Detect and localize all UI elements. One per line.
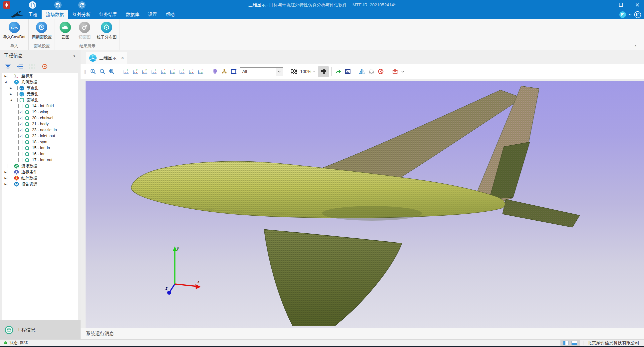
view-front-icon[interactable]: xzy	[122, 66, 131, 77]
tree-row-14[interactable]: 17 - far_out	[2, 157, 79, 163]
ribbon-button-2-2[interactable]: 粒子分布图	[96, 21, 118, 41]
cancel-operation-button[interactable]	[376, 66, 386, 77]
tree-checkbox[interactable]	[8, 80, 12, 84]
view-bottom-icon[interactable]: zyx	[168, 66, 177, 77]
style-switch-icon[interactable]	[619, 11, 626, 18]
tree-row-1[interactable]: ◢几何数据	[2, 79, 79, 85]
render-mode-button[interactable]	[220, 66, 229, 77]
tree-row-3[interactable]: ▶元素集	[2, 91, 79, 97]
ribbon-layout-icon[interactable]	[634, 11, 641, 18]
toolbar-drag-handle[interactable]: ∥	[84, 69, 87, 74]
undo-button[interactable]	[54, 1, 62, 9]
view-left-icon[interactable]: xzy	[140, 66, 150, 77]
opacity-checker-icon[interactable]	[289, 66, 299, 77]
view-back-icon[interactable]: zxy	[131, 66, 140, 77]
filter-icon[interactable]	[4, 63, 11, 70]
view-iso2-icon[interactable]: yxz	[187, 66, 196, 77]
project-info-bottom-button[interactable]: 工程信息	[0, 320, 81, 339]
tree-row-8[interactable]: ✓21 - body	[2, 121, 79, 127]
tree-row-11[interactable]: 18 - sym	[2, 139, 79, 145]
tree-row-5[interactable]: 14 - int_fluid	[2, 103, 79, 109]
layout-bottom-panel-icon[interactable]	[571, 341, 577, 345]
tree-checkbox[interactable]	[8, 170, 12, 174]
tree-checkbox[interactable]: ✓	[18, 116, 23, 120]
tree-row-15[interactable]: 流场数据	[2, 163, 79, 169]
tree-row-7[interactable]: ✓20 - chuiwei	[2, 115, 79, 121]
tab-3d-view[interactable]: 三维显示 ✕	[86, 52, 127, 64]
restore-button[interactable]	[617, 2, 624, 8]
tree-expander-icon[interactable]: ▶	[3, 75, 8, 78]
tree-row-12[interactable]: 15 - far_in	[2, 145, 79, 151]
minimize-button[interactable]	[601, 2, 607, 8]
tree-row-10[interactable]: ✓22 - inlet_out	[2, 133, 79, 139]
grid-view-icon[interactable]	[29, 63, 36, 70]
tree-checkbox[interactable]: ✓	[18, 110, 23, 114]
zoom-fit-button[interactable]	[107, 66, 117, 77]
tree-row-0[interactable]: ▶YZX坐标系	[2, 73, 79, 79]
tree-checkbox[interactable]	[13, 92, 18, 96]
zoom-in-button[interactable]	[89, 66, 98, 77]
tree-checkbox[interactable]	[8, 182, 12, 186]
export-share-button[interactable]	[334, 66, 343, 77]
tree-row-2[interactable]: ▶节点集	[2, 85, 79, 91]
tree-checkbox[interactable]	[18, 146, 23, 150]
tree-checkbox[interactable]: ✓	[18, 122, 23, 126]
perspective-camera-button[interactable]	[210, 66, 220, 77]
view-iso3-icon[interactable]: zyx	[196, 66, 205, 77]
view-top-icon[interactable]: zyx	[159, 66, 168, 77]
panel-collapse-button[interactable]: <	[71, 53, 77, 58]
menu-item-2[interactable]: 红外分析	[68, 10, 95, 19]
ribbon-button-2-0[interactable]: 云图	[57, 21, 74, 41]
tree-row-13[interactable]: 16 - far	[2, 151, 79, 157]
tree-checkbox[interactable]	[8, 164, 12, 168]
menu-item-5[interactable]: 设置	[144, 10, 161, 19]
menu-item-3[interactable]: 红外结果	[95, 10, 122, 19]
menu-item-1[interactable]: 流场数据	[42, 10, 68, 19]
close-button[interactable]: ✕	[634, 2, 641, 8]
tree-row-16[interactable]: ▶边界条件	[2, 169, 79, 175]
combo-dropdown-icon[interactable]	[276, 68, 283, 76]
ribbon-button-0-0[interactable]: cas导入Cas/Dat	[2, 21, 26, 41]
tree-expander-icon[interactable]: ▶	[3, 183, 8, 186]
tree-checkbox[interactable]	[18, 152, 23, 156]
tree-expander-icon[interactable]: ▶	[3, 171, 8, 174]
tab-close-icon[interactable]: ✕	[121, 56, 124, 60]
select-region-button[interactable]	[229, 66, 238, 77]
menu-item-4[interactable]: 数据库	[122, 10, 144, 19]
new-file-button[interactable]	[29, 1, 37, 9]
mesh-toggle-button[interactable]	[318, 66, 329, 77]
ribbon-collapse-icon[interactable]: ∧	[634, 44, 637, 48]
mirror-button[interactable]	[358, 66, 367, 77]
tree-checkbox[interactable]	[8, 74, 12, 78]
menu-item-6[interactable]: 帮助	[161, 10, 179, 19]
tree-checkbox[interactable]	[13, 86, 18, 90]
tree-expander-icon[interactable]: ◢	[3, 81, 8, 84]
tree-checkbox[interactable]: ✓	[18, 134, 23, 138]
rotate-animation-button[interactable]	[367, 66, 376, 77]
ribbon-button-1-0[interactable]: 周期面设置	[31, 21, 53, 41]
redo-button[interactable]	[78, 1, 86, 9]
opacity-caret-icon[interactable]	[312, 71, 315, 72]
tree-row-18[interactable]: ▶报告资源	[2, 181, 79, 187]
archive-box-button[interactable]	[391, 66, 400, 77]
list-outline-icon[interactable]	[16, 63, 24, 70]
zoom-out-button[interactable]	[98, 66, 107, 77]
tree-checkbox[interactable]	[13, 98, 18, 102]
layout-left-panel-icon[interactable]	[563, 341, 569, 345]
tree-checkbox[interactable]: ✓	[18, 128, 23, 132]
tree-checkbox[interactable]	[8, 176, 12, 180]
locate-target-icon[interactable]	[41, 63, 48, 70]
tree-checkbox[interactable]	[18, 140, 23, 144]
tree-row-17[interactable]: ▶红外数据	[2, 175, 79, 181]
tree-expander-icon[interactable]: ▶	[9, 87, 13, 90]
archive-caret-icon[interactable]	[401, 71, 404, 73]
snapshot-image-button[interactable]	[343, 66, 353, 77]
style-dropdown-caret-icon[interactable]	[629, 14, 632, 16]
menu-item-0[interactable]: 工程	[24, 10, 42, 19]
view-right-icon[interactable]: zxy	[150, 66, 159, 77]
tree-expander-icon[interactable]: ◢	[9, 99, 13, 102]
tree-row-9[interactable]: ✓23 - nozzle_in	[2, 127, 79, 133]
tree-checkbox[interactable]	[18, 158, 23, 162]
tree-row-6[interactable]: ✓19 - wing	[2, 109, 79, 115]
tree-expander-icon[interactable]: ▶	[9, 93, 13, 96]
